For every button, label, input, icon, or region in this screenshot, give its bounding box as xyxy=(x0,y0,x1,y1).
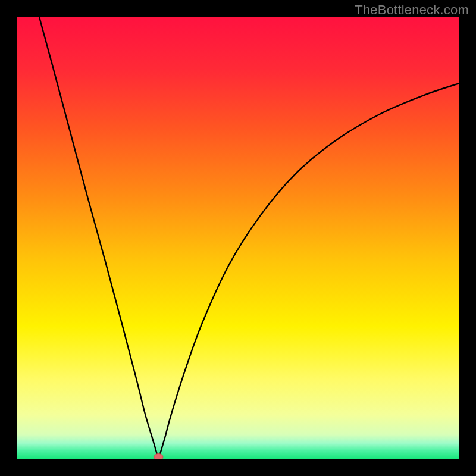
gradient-background xyxy=(17,17,459,459)
plot-svg xyxy=(17,17,459,459)
minimum-marker xyxy=(154,454,163,459)
plot-area xyxy=(17,17,459,459)
watermark-label: TheBottleneck.com xyxy=(355,2,469,18)
chart-frame: TheBottleneck.com xyxy=(0,0,476,476)
